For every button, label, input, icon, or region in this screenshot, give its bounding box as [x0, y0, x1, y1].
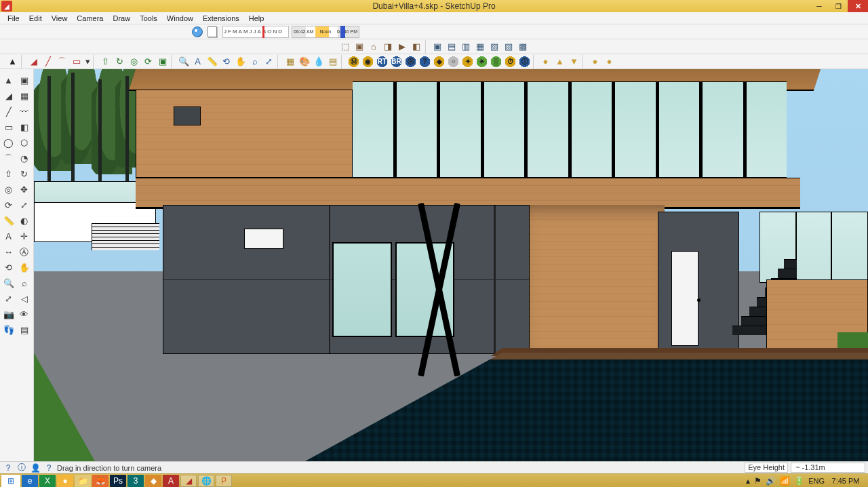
- zoom-window-tool[interactable]: ⌕: [17, 276, 31, 290]
- vray-tool-12[interactable]: ⓘ: [517, 55, 532, 69]
- viewport-3d[interactable]: [34, 69, 868, 461]
- taskbar-photoshop-icon[interactable]: Ps: [110, 475, 126, 487]
- orbit-tool[interactable]: ⟲: [1, 260, 16, 275]
- row3-tool-7[interactable]: ▤: [445, 40, 459, 54]
- row3-tool-1[interactable]: ▣: [353, 40, 367, 54]
- row3-tool-6[interactable]: ▣: [431, 40, 445, 54]
- tray-battery-icon[interactable]: 🔋: [794, 476, 804, 486]
- start-button[interactable]: ⊞: [1, 475, 20, 487]
- vray-tool-0[interactable]: Ⓜ: [347, 55, 361, 69]
- draw-tool-3[interactable]: ▭: [69, 55, 83, 69]
- shadow-toggle-button[interactable]: [190, 25, 205, 39]
- zoom-extents-tool[interactable]: ⤢: [262, 55, 276, 69]
- vray-tool-1[interactable]: ◉: [361, 55, 375, 69]
- menu-edit[interactable]: Edit: [24, 12, 47, 24]
- edit-tool-4[interactable]: ▣: [155, 55, 170, 69]
- taskbar-powerpoint-icon[interactable]: P: [216, 475, 232, 487]
- walk-tool[interactable]: 👣: [1, 323, 16, 337]
- menu-tools[interactable]: Tools: [135, 12, 162, 24]
- edit-tool-1[interactable]: ↻: [113, 55, 127, 69]
- nav-tool-4[interactable]: ✋: [233, 55, 248, 69]
- axes-tool[interactable]: ✛: [17, 229, 31, 244]
- look-around-tool[interactable]: 👁: [17, 307, 31, 322]
- row3-tool-11[interactable]: ▨: [502, 40, 516, 54]
- tray-up-icon[interactable]: ▴: [746, 476, 750, 486]
- row3-tool-8[interactable]: ▥: [459, 40, 473, 54]
- row3-tool-5[interactable]: ◧: [410, 40, 424, 54]
- 3dtext-tool[interactable]: Ⓐ: [17, 245, 31, 259]
- menu-extensions[interactable]: Extensions: [198, 12, 244, 24]
- shadow-settings-button[interactable]: [205, 25, 220, 39]
- sun-tool-1[interactable]: ▲: [553, 55, 567, 69]
- tray-network-icon[interactable]: 📶: [780, 476, 790, 486]
- arc-tool[interactable]: ⌒: [1, 151, 16, 165]
- tray-clock[interactable]: 7:45 PM: [829, 477, 863, 485]
- menu-help[interactable]: Help: [244, 12, 269, 24]
- row3-tool-10[interactable]: ▧: [488, 40, 502, 54]
- nav-tool-5[interactable]: ⌕: [248, 55, 262, 69]
- draw-tool-1[interactable]: ╱: [41, 55, 55, 69]
- paint-bucket-tool[interactable]: ▦: [17, 89, 31, 103]
- sun-tool-4[interactable]: ●: [588, 55, 602, 69]
- polygon-tool[interactable]: ⬡: [17, 136, 31, 150]
- time-slider[interactable]: 06:42 AM Noon 04:46 PM: [292, 26, 359, 38]
- paint-tool-3[interactable]: ▤: [326, 55, 340, 69]
- paint-tool-2[interactable]: 💧: [311, 55, 326, 69]
- taskbar-app2-icon[interactable]: ◆: [145, 475, 161, 487]
- row3-tool-3[interactable]: ◨: [381, 40, 395, 54]
- nav-tool-0[interactable]: 🔍: [176, 55, 191, 69]
- menu-view[interactable]: View: [47, 12, 73, 24]
- nav-tool-3[interactable]: ⟲: [219, 55, 233, 69]
- vray-tool-3[interactable]: BR: [389, 55, 403, 69]
- eraser-tool[interactable]: ◢: [1, 89, 16, 103]
- sun-tool-2[interactable]: ▼: [567, 55, 581, 69]
- vray-tool-11[interactable]: ⏱: [503, 55, 517, 69]
- followme-tool[interactable]: ↻: [17, 167, 31, 181]
- taskbar-ie-icon[interactable]: e: [22, 475, 38, 487]
- row3-tool-9[interactable]: ▦: [473, 40, 488, 54]
- taskbar-excel-icon[interactable]: X: [39, 475, 56, 487]
- menu-window[interactable]: Window: [162, 12, 198, 24]
- pushpull-tool[interactable]: ⇧: [1, 167, 16, 181]
- menu-file[interactable]: File: [3, 12, 24, 24]
- menu-draw[interactable]: Draw: [108, 12, 135, 24]
- shapes-dropdown[interactable]: ▾: [83, 55, 92, 69]
- scale-tool[interactable]: ⤢: [17, 198, 31, 212]
- nav-tool-2[interactable]: 📏: [205, 55, 219, 69]
- rotated-rect-tool[interactable]: ◧: [17, 120, 31, 134]
- close-button[interactable]: [848, 0, 868, 12]
- date-slider[interactable]: J F M A M J J A S O N D: [222, 26, 289, 38]
- row3-tool-2[interactable]: ⌂: [367, 40, 381, 54]
- offset-tool[interactable]: ◎: [1, 182, 16, 197]
- geo-icon[interactable]: ?: [43, 463, 54, 473]
- pie-tool[interactable]: ◔: [17, 151, 31, 165]
- maximize-button[interactable]: [829, 0, 848, 12]
- taskbar-firefox-icon[interactable]: 🦊: [92, 475, 108, 487]
- user-icon[interactable]: 👤: [30, 463, 41, 473]
- select-tool[interactable]: ▲: [1, 73, 16, 87]
- section-tool[interactable]: ▤: [17, 323, 31, 337]
- edit-tool-0[interactable]: ⇧: [98, 55, 113, 69]
- vray-tool-8[interactable]: ✦: [460, 55, 475, 69]
- row3-tool-4[interactable]: ▶: [395, 40, 410, 54]
- taskbar-sketchup-icon[interactable]: ◢: [180, 475, 197, 487]
- vray-tool-9[interactable]: ☀: [475, 55, 489, 69]
- protractor-tool[interactable]: ◐: [17, 214, 31, 228]
- tray-lang[interactable]: ENG: [808, 477, 825, 485]
- edit-tool-3[interactable]: ⟳: [141, 55, 155, 69]
- select-tool[interactable]: ▲: [5, 55, 20, 69]
- position-camera-tool[interactable]: 📷: [1, 307, 16, 322]
- edit-tool-2[interactable]: ◎: [127, 55, 141, 69]
- component-tool[interactable]: ▣: [17, 73, 31, 87]
- minimize-button[interactable]: [810, 0, 829, 12]
- rectangle-tool[interactable]: ▭: [1, 120, 16, 134]
- row3-tool-12[interactable]: ▩: [516, 40, 530, 54]
- vray-tool-5[interactable]: ?: [418, 55, 432, 69]
- date-slider-handle[interactable]: [262, 26, 264, 38]
- tray-flag-icon[interactable]: ⚑: [754, 476, 762, 486]
- help-icon[interactable]: ?: [3, 463, 14, 473]
- time-slider-handle[interactable]: [340, 26, 345, 38]
- vray-tool-10[interactable]: ▒: [489, 55, 503, 69]
- row3-tool-0[interactable]: ⬚: [338, 40, 353, 54]
- zoom-extents-tool[interactable]: ⤢: [1, 292, 16, 306]
